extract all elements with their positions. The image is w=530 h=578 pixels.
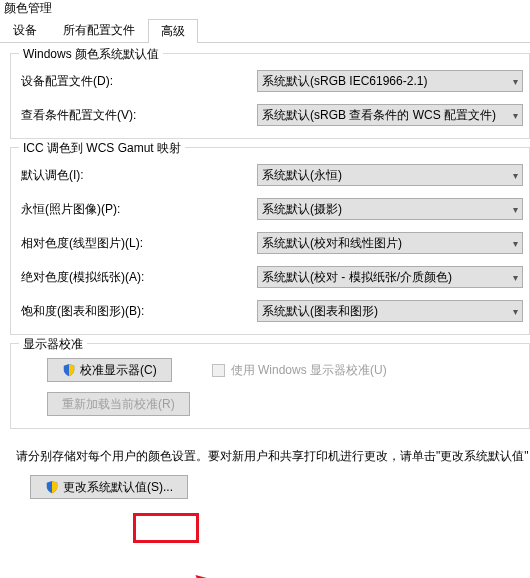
- device-profile-select[interactable]: 系统默认(sRGB IEC61966-2.1): [257, 70, 523, 92]
- window-title: 颜色管理: [0, 0, 530, 19]
- tab-advanced[interactable]: 高级: [148, 19, 198, 43]
- use-windows-calibration-label: 使用 Windows 显示器校准(U): [231, 362, 387, 379]
- saturation-select[interactable]: 系统默认(图表和图形): [257, 300, 523, 322]
- calibrate-display-label: 校准显示器(C): [80, 362, 157, 379]
- group-title-defaults: Windows 颜色系统默认值: [19, 46, 163, 63]
- device-profile-label: 设备配置文件(D):: [17, 73, 257, 90]
- group-title-calib: 显示器校准: [19, 336, 87, 353]
- relative-colorimetric-select[interactable]: 系统默认(校对和线性图片): [257, 232, 523, 254]
- tabbar: 设备 所有配置文件 高级: [0, 19, 530, 43]
- reload-current-calibration-button: 重新加载当前校准(R): [47, 392, 190, 416]
- default-intent-select[interactable]: 系统默认(永恒): [257, 164, 523, 186]
- change-system-defaults-label: 更改系统默认值(S)...: [63, 479, 173, 496]
- group-icc-wcs-gamut: ICC 调色到 WCS Gamut 映射 默认调色(I): 系统默认(永恒) 永…: [10, 147, 530, 335]
- viewing-conditions-label: 查看条件配置文件(V):: [17, 107, 257, 124]
- calibrate-display-button[interactable]: 校准显示器(C): [47, 358, 172, 382]
- group-display-calibration: 显示器校准 校准显示器(C) 使用 Windows 显示器校准(U) 重新加载当…: [10, 343, 530, 429]
- annotation-arrow-1: [0, 499, 530, 578]
- shield-icon: [62, 363, 76, 377]
- tab-devices[interactable]: 设备: [0, 18, 50, 42]
- perceptual-select[interactable]: 系统默认(摄影): [257, 198, 523, 220]
- absolute-colorimetric-select[interactable]: 系统默认(校对 - 模拟纸张/介质颜色): [257, 266, 523, 288]
- tab-content: Windows 颜色系统默认值 设备配置文件(D): 系统默认(sRGB IEC…: [0, 43, 530, 499]
- per-user-note: 请分别存储对每个用户的颜色设置。要对新用户和共享打印机进行更改，请单击"更改系统…: [10, 437, 530, 475]
- default-intent-label: 默认调色(I):: [17, 167, 257, 184]
- use-windows-calibration-checkbox: 使用 Windows 显示器校准(U): [212, 362, 387, 379]
- shield-icon: [45, 480, 59, 494]
- saturation-label: 饱和度(图表和图形)(B):: [17, 303, 257, 320]
- absolute-colorimetric-label: 绝对色度(模拟纸张)(A):: [17, 269, 257, 286]
- relative-colorimetric-label: 相对色度(线型图片)(L):: [17, 235, 257, 252]
- tab-all-profiles[interactable]: 所有配置文件: [50, 18, 148, 42]
- checkbox-icon: [212, 364, 225, 377]
- group-title-gamut: ICC 调色到 WCS Gamut 映射: [19, 140, 185, 157]
- change-system-defaults-button[interactable]: 更改系统默认值(S)...: [30, 475, 188, 499]
- viewing-conditions-select[interactable]: 系统默认(sRGB 查看条件的 WCS 配置文件): [257, 104, 523, 126]
- annotation-box-tab: [133, 513, 199, 543]
- group-windows-color-defaults: Windows 颜色系统默认值 设备配置文件(D): 系统默认(sRGB IEC…: [10, 53, 530, 139]
- perceptual-label: 永恒(照片图像)(P):: [17, 201, 257, 218]
